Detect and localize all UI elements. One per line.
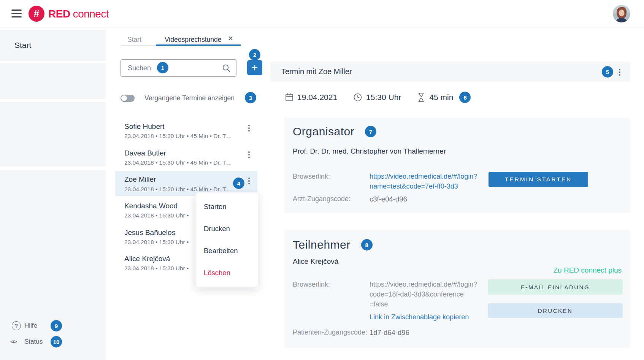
start-appointment-button[interactable]: TERMIN STARTEN (489, 172, 588, 187)
sidebar-item-status[interactable]: Status (24, 338, 43, 346)
step-badge-8: 8 (361, 239, 373, 251)
sidebar-start-label: Start (14, 41, 31, 50)
kebab-menu-icon[interactable] (246, 176, 252, 186)
appointment-meta: 23.04.2018 • 15:30 Uhr • 45 Min • Dr. T… (124, 133, 232, 139)
participant-browserlink: https://video.redmedical.de/#/login? cod… (370, 279, 477, 309)
search-input[interactable] (127, 60, 216, 76)
appointment-name: Alice Krejčová (124, 255, 170, 263)
appointment-name: Zoe Miller (124, 175, 156, 184)
tab-videosprechstunde[interactable]: Videosprechstunde (165, 36, 222, 44)
participant-name: Alice Krejčová (293, 257, 338, 266)
past-appointments-toggle[interactable] (121, 95, 135, 102)
sidebar-item-hilfe[interactable]: Hilfe (24, 322, 37, 330)
avatar[interactable] (613, 5, 630, 22)
appointment-time: 15:30 Uhr (366, 93, 401, 102)
hamburger-menu-icon[interactable] (11, 10, 22, 17)
step-badge-9: 9 (51, 320, 62, 331)
print-button[interactable]: DRUCKEN (488, 303, 623, 318)
list-item[interactable]: Sofie Hubert 23.04.2018 • 15:30 Uhr • 45… (115, 120, 257, 143)
hourglass-icon (417, 92, 425, 102)
organizer-name: Prof. Dr. Dr. med. Christopher von Thall… (293, 147, 446, 155)
detail-meta-row: 19.04.2021 15:30 Uhr 45 min 6 (285, 91, 471, 103)
detail-header-bar: Termin mit Zoe Miller (270, 62, 630, 82)
active-tab-underline (156, 44, 241, 46)
sidebar-item-start[interactable]: Start (0, 30, 106, 61)
step-badge-6: 6 (459, 92, 471, 103)
organizer-heading: Organisator (293, 125, 354, 138)
tab-underline-track (121, 45, 156, 46)
sidebar-footer-block (0, 170, 106, 360)
browserlink-label: Browserlink: (293, 281, 330, 288)
appointment-meta: 23.04.2018 • 15:30 Uhr • 45 Min • Dr. T… (124, 186, 232, 192)
patient-code-value: 1d7-d64-d96 (370, 328, 409, 337)
context-menu: Starten Drucken Bearbeiten Löschen (195, 192, 258, 287)
detail-title: Termin mit Zoe Miller (281, 67, 352, 76)
participant-link-line3: =false (370, 299, 477, 309)
appointment-meta: 23.04.2018 • 15:30 Uhr • (124, 212, 189, 219)
organizer-browserlink[interactable]: https://video.redmedical.de/#/login? nam… (370, 171, 477, 191)
email-invitation-button[interactable]: E-MAIL EINLADUNG (488, 279, 623, 295)
patient-code-label: Patienten-Zugangscode: (293, 328, 367, 336)
step-badge-4: 4 (233, 178, 244, 189)
menu-item-loeschen[interactable]: Löschen (204, 269, 230, 277)
appointment-name: Davea Butler (124, 149, 166, 157)
participant-link-line2: code=18f-da0-3d3&conference (370, 289, 477, 299)
top-bar: # REDconnect (0, 0, 644, 27)
appointment-name: Kendasha Wood (124, 202, 178, 210)
help-icon: ? (12, 321, 21, 330)
brand-hash-icon[interactable]: # (29, 6, 44, 22)
participant-heading: Teilnehmer (293, 238, 351, 251)
code-icon: </> (10, 339, 17, 344)
menu-item-bearbeiten[interactable]: Bearbeiten (204, 247, 238, 255)
kebab-menu-icon[interactable] (246, 150, 252, 159)
participant-card: Teilnehmer 8 Alice Krejčová Zu RED conne… (284, 230, 630, 348)
toggle-label: Vergangene Termine anzeigen (144, 94, 235, 102)
appointment-name: Jesus Bañuelos (124, 228, 175, 237)
browserlink-label: Browserlink: (293, 173, 330, 180)
add-appointment-button[interactable]: + (247, 60, 262, 75)
arzt-code-label: Arzt-Zugangscode: (293, 195, 351, 203)
step-badge-7: 7 (365, 126, 376, 137)
toggle-knob (121, 95, 127, 101)
calendar-icon (285, 93, 293, 102)
menu-item-starten[interactable]: Starten (204, 203, 227, 211)
copy-link-to-clipboard[interactable]: Link in Zwischenablage kopieren (370, 312, 469, 322)
arzt-code-value: c3f-e04-d96 (370, 195, 407, 203)
appointment-duration: 45 min (429, 93, 453, 102)
sidebar-section-connect: Connect Videosprechstunde (0, 63, 106, 99)
sidebar-section-stammdaten: Stammdaten Benutzer Arbeitsplätze/Endger… (0, 102, 106, 167)
menu-item-drucken[interactable]: Drucken (204, 225, 230, 233)
organizer-link-line1: https://video.redmedical.de/#/login? (370, 171, 477, 181)
red-connect-plus-link[interactable]: Zu RED connect plus (553, 266, 622, 274)
brand-logo[interactable]: REDconnect (48, 8, 109, 20)
step-badge-10: 10 (51, 336, 62, 347)
red-connect-app: # REDconnect Start Connect Videosprechst… (0, 0, 644, 360)
appointment-date: 19.04.2021 (297, 93, 337, 102)
clock-icon (353, 93, 362, 102)
search-box (121, 59, 236, 77)
participant-link-line1: https://video.redmedical.de/#/login? (370, 279, 477, 289)
detail-kebab-menu-icon[interactable] (617, 68, 623, 77)
step-badge-3: 3 (245, 92, 256, 103)
appointment-meta: 23.04.2018 • 15:30 Uhr • (124, 265, 189, 271)
search-icon[interactable] (222, 64, 230, 72)
list-item[interactable]: Davea Butler 23.04.2018 • 15:30 Uhr • 45… (115, 146, 257, 169)
appointment-meta: 23.04.2018 • 15:30 Uhr • (124, 239, 189, 245)
step-badge-1: 1 (157, 62, 168, 73)
step-badge-5: 5 (602, 66, 613, 78)
close-icon[interactable]: × (228, 33, 233, 43)
tab-start[interactable]: Start (127, 36, 141, 44)
organizer-heading-row: Organisator 7 (293, 125, 376, 138)
organizer-card: Organisator 7 Prof. Dr. Dr. med. Christo… (284, 118, 630, 213)
participant-heading-row: Teilnehmer 8 (293, 238, 373, 251)
step-badge-2: 2 (249, 49, 260, 60)
brand-name-light: connect (73, 8, 109, 20)
appointment-meta: 23.04.2018 • 15:30 Uhr • 45 Min • Dr. T… (124, 159, 232, 166)
kebab-menu-icon[interactable] (246, 124, 252, 133)
organizer-link-line2: name=test&code=7ef-ff0-3d3 (370, 181, 477, 191)
appointment-name: Sofie Hubert (124, 122, 165, 131)
brand-name-bold: RED (48, 8, 70, 20)
